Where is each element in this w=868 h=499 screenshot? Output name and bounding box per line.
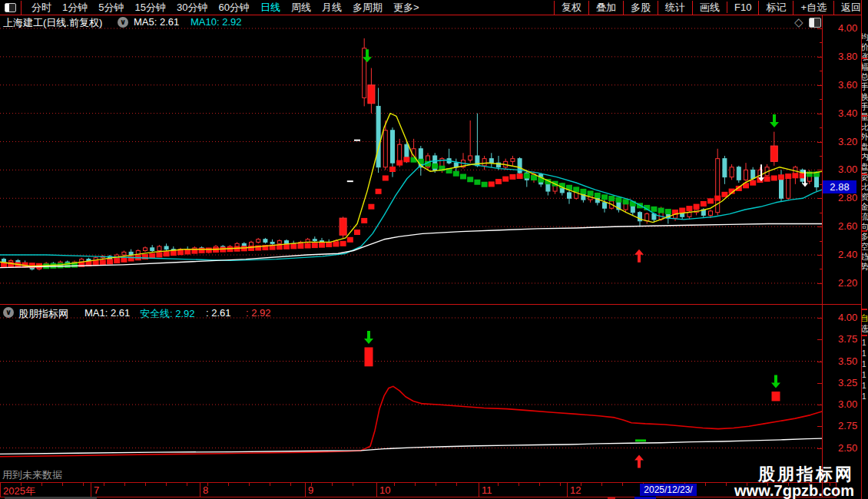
last-price-tag: 2.88 <box>823 180 856 193</box>
main-axis-label: 3.80 <box>838 51 864 62</box>
period-tab-4[interactable]: 30分钟 <box>171 1 213 15</box>
main-axis-label: 3.40 <box>838 107 864 119</box>
period-tab-9[interactable]: 多周期 <box>347 1 388 15</box>
time-axis[interactable]: 2025年7891011122025/12/23/二 <box>0 482 837 497</box>
timeline-label-4: 10 <box>379 484 390 496</box>
strip-digits: 1 1 1 1 1 1 1 1 1 1 1 <box>862 338 868 402</box>
period-tab-0[interactable]: 分时 <box>26 1 57 15</box>
strip-highlight-char: 自 <box>862 313 868 323</box>
main-candlestick-chart[interactable] <box>0 15 823 306</box>
sub-axis-label: 3.50 <box>838 355 864 367</box>
sub-axis-label: 3.25 <box>838 377 864 388</box>
period-tab-1[interactable]: 1分钟 <box>57 1 93 15</box>
tool-button-3[interactable]: 统计 <box>658 1 692 15</box>
main-axis-label: 2.60 <box>838 220 864 232</box>
timeline-label-1: 7 <box>94 484 99 496</box>
site-watermark: 股朋指标网 www.7gpzb.com <box>734 465 854 499</box>
period-tab-10[interactable]: 更多> <box>388 1 425 15</box>
tool-button-1[interactable]: 叠加 <box>588 1 623 15</box>
tool-button-2[interactable]: 多股 <box>623 1 658 15</box>
period-tab-3[interactable]: 15分钟 <box>129 1 171 15</box>
period-tab-2[interactable]: 5分钟 <box>93 1 129 15</box>
sub-axis-label: 3.75 <box>838 333 864 345</box>
period-tab-7[interactable]: 周线 <box>286 1 316 15</box>
tool-button-6[interactable]: 标记 <box>758 1 793 15</box>
strip-sub-char: 选 <box>862 324 868 334</box>
period-tab-8[interactable]: 月线 <box>316 1 347 15</box>
sub-axis-label: 3.00 <box>838 398 864 410</box>
sub-axis-label: 2.50 <box>838 442 864 454</box>
stock-app-window: 分时1分钟5分钟15分钟30分钟60分钟日线周线月线多周期更多> 复权叠加多股统… <box>0 0 868 499</box>
tool-button-5[interactable]: F10 <box>727 2 758 13</box>
tools-menu: 复权叠加多股统计画线F10标记+自选返回 <box>554 1 868 15</box>
period-tab-6[interactable]: 日线 <box>255 1 286 15</box>
future-data-warning: 用到未来数据 <box>2 468 62 482</box>
timeline-label-5: 11 <box>482 484 492 496</box>
watermark-url: www.7gpzb.com <box>734 483 854 499</box>
period-menu: 分时1分钟5分钟15分钟30分钟60分钟日线周线月线多周期更多> <box>22 1 554 15</box>
sub-axis-label: 4.00 <box>838 312 864 323</box>
indicator-chart[interactable] <box>0 306 823 484</box>
main-axis-label: 2.20 <box>838 277 864 289</box>
tool-button-0[interactable]: 复权 <box>554 1 588 15</box>
panel-divider <box>0 304 862 305</box>
split-window-icon <box>5 3 16 12</box>
main-axis-label: 3.20 <box>838 136 864 147</box>
main-axis-label: 3.60 <box>838 79 864 91</box>
period-tab-5[interactable]: 60分钟 <box>213 1 254 15</box>
tool-button-4[interactable]: 画线 <box>692 1 727 15</box>
layout-toggle-button[interactable] <box>0 1 22 15</box>
tool-button-7[interactable]: +自选 <box>793 1 833 15</box>
timeline-label-3: 9 <box>308 484 313 496</box>
strip-vertical-text: 均价涨幅总手换手量比外盘内盘委比资金流向多空趋势 <box>862 32 868 272</box>
top-menu-bar: 分时1分钟5分钟15分钟30分钟60分钟日线周线月线多周期更多> 复权叠加多股统… <box>0 0 868 15</box>
current-date-box: 2025/12/23/二 <box>640 484 697 496</box>
main-axis-label: 3.00 <box>838 164 864 175</box>
sub-axis-label: 2.75 <box>838 420 864 431</box>
timeline-label-6: 12 <box>570 484 581 496</box>
main-axis-label: 2.40 <box>838 249 864 260</box>
timeline-label-2: 8 <box>203 484 208 496</box>
watermark-brand: 股朋指标网 <box>734 465 854 483</box>
main-axis-label: 2.80 <box>838 192 864 203</box>
clipped-quote-strip: 均价涨幅总手换手量比外盘内盘委比资金流向多空趋势 自 选 1 1 1 1 1 1… <box>862 0 868 499</box>
main-axis-label: 4.00 <box>838 22 864 34</box>
